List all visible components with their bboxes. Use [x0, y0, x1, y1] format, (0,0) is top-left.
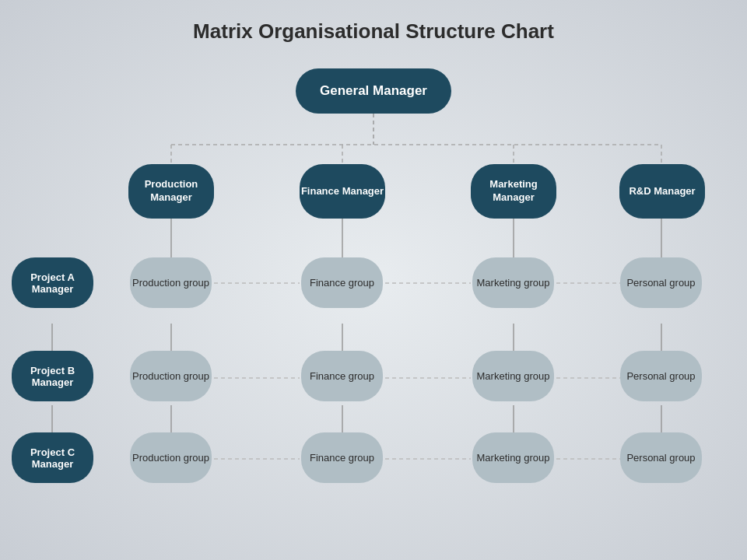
production-group-row2: Production group: [130, 351, 212, 401]
finance-group-row3: Finance group: [301, 432, 383, 483]
personal-group-row2: Personal group: [620, 351, 702, 401]
project-c-manager-node: Project C Manager: [12, 432, 93, 483]
rd-manager-node: R&D Manager: [619, 164, 705, 219]
finance-group-row1: Finance group: [301, 257, 383, 308]
chart-title: Matrix Organisational Structure Chart: [193, 16, 554, 44]
project-b-manager-node: Project B Manager: [12, 351, 93, 401]
production-group-row3: Production group: [130, 432, 212, 483]
marketing-manager-node: Marketing Manager: [471, 164, 556, 219]
chart-layout: General Manager Production Manager Finan…: [8, 51, 739, 544]
personal-group-row3: Personal group: [620, 432, 702, 483]
finance-group-row2: Finance group: [301, 351, 383, 401]
marketing-group-row1: Marketing group: [472, 257, 554, 308]
project-a-manager-node: Project A Manager: [12, 257, 93, 308]
general-manager-node: General Manager: [296, 68, 451, 114]
finance-manager-node: Finance Manager: [300, 164, 385, 219]
production-manager-node: Production Manager: [128, 164, 214, 219]
connector-lines: [8, 51, 739, 560]
marketing-group-row2: Marketing group: [472, 351, 554, 401]
marketing-group-row3: Marketing group: [472, 432, 554, 483]
chart-container: Matrix Organisational Structure Chart: [8, 8, 739, 552]
production-group-row1: Production group: [130, 257, 212, 308]
personal-group-row1: Personal group: [620, 257, 702, 308]
